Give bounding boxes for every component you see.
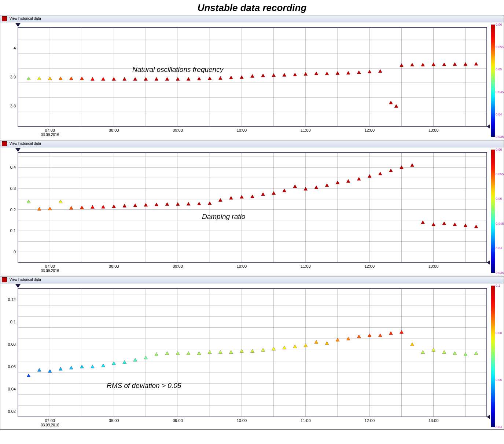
colorbar-tick: 0.05 [496, 197, 502, 201]
svg-marker-34 [15, 23, 21, 27]
app-icon [2, 16, 7, 21]
colorbar-tick: 0.055 [496, 172, 504, 176]
chart-frequency[interactable]: 3.83.9407:0008:0009:0010:0011:0012:0013:… [0, 22, 491, 139]
colorbar-tick: 0.04 [496, 113, 502, 116]
svg-marker-35 [487, 124, 490, 129]
chart-panel-rms: View historical data 0.020.040.060.080.1… [0, 276, 504, 430]
colorbar-tick: 0.035 [496, 271, 504, 275]
window-title: View historical data [10, 278, 41, 282]
svg-text:03.09.2016: 03.09.2016 [41, 269, 59, 273]
svg-text:3.8: 3.8 [10, 104, 16, 108]
svg-text:11:00: 11:00 [301, 418, 311, 423]
colorbar-damping: 0.0350.040.0450.050.0550.06 [491, 147, 504, 275]
svg-text:11:00: 11:00 [301, 264, 311, 268]
svg-text:0.2: 0.2 [10, 208, 16, 212]
svg-marker-208 [487, 414, 490, 419]
colorbar-tick: 0.055 [496, 45, 504, 49]
page-title: Unstable data recording [0, 0, 504, 15]
svg-text:13:00: 13:00 [428, 128, 439, 132]
colorbar-tick: 0.1 [496, 284, 500, 287]
colorbar-tick: 0.08 [496, 331, 502, 335]
svg-text:0.02: 0.02 [8, 409, 16, 414]
colorbar-frequency: 0.0350.040.0450.050.0550.06 [491, 22, 504, 139]
svg-text:03.09.2016: 03.09.2016 [41, 423, 59, 427]
svg-text:07:00: 07:00 [45, 418, 55, 423]
svg-text:0.08: 0.08 [8, 342, 16, 346]
chart-panel-damping: View historical data 00.10.20.30.407:000… [0, 140, 504, 275]
svg-text:08:00: 08:00 [109, 128, 119, 132]
svg-text:0.1: 0.1 [10, 320, 16, 324]
colorbar-tick: 0.06 [496, 378, 502, 382]
svg-text:0.12: 0.12 [8, 297, 16, 302]
svg-text:03.09.2016: 03.09.2016 [41, 133, 59, 137]
svg-marker-207 [15, 284, 21, 288]
app-icon [2, 277, 7, 282]
colorbar-tick: 0.04 [496, 425, 502, 429]
chart-annotation-rms: RMS of deviation > 0.05 [107, 382, 181, 390]
svg-text:4: 4 [14, 46, 16, 50]
colorbar-tick: 0.045 [496, 90, 504, 94]
svg-text:13:00: 13:00 [428, 418, 439, 423]
svg-text:09:00: 09:00 [173, 128, 183, 132]
chart-panel-frequency: View historical data 3.83.9407:0008:0009… [0, 15, 504, 139]
window-title: View historical data [10, 16, 41, 21]
svg-marker-120 [15, 148, 21, 152]
colorbar-tick: 0.045 [496, 222, 504, 225]
svg-text:09:00: 09:00 [173, 264, 183, 268]
svg-text:10:00: 10:00 [237, 418, 247, 423]
svg-text:10:00: 10:00 [237, 264, 247, 268]
svg-text:13:00: 13:00 [428, 264, 439, 268]
svg-text:10:00: 10:00 [237, 128, 247, 132]
svg-rect-165 [18, 289, 487, 417]
chart-annotation-frequency: Natural oscillations frequency [132, 66, 223, 74]
svg-text:07:00: 07:00 [45, 128, 55, 132]
svg-text:0.1: 0.1 [10, 228, 16, 233]
colorbar-tick: 0.035 [496, 135, 504, 139]
window-titlebar[interactable]: View historical data [0, 140, 504, 147]
colorbar-tick: 0.05 [496, 67, 502, 71]
svg-text:0: 0 [14, 250, 16, 254]
window-title: View historical data [10, 142, 41, 146]
colorbar-tick: 0.04 [496, 246, 502, 250]
svg-text:11:00: 11:00 [301, 128, 311, 132]
chart-annotation-damping: Damping ratio [202, 213, 245, 221]
svg-text:0.3: 0.3 [10, 186, 16, 191]
svg-text:0.06: 0.06 [8, 364, 16, 369]
svg-rect-80 [18, 153, 487, 263]
chart-rms[interactable]: 0.020.040.060.080.10.1207:0008:0009:0010… [0, 283, 491, 429]
svg-text:0.4: 0.4 [10, 165, 16, 169]
window-titlebar[interactable]: View historical data [0, 276, 504, 283]
app-icon [2, 141, 7, 146]
svg-text:0.04: 0.04 [8, 387, 16, 391]
svg-text:3.9: 3.9 [10, 75, 16, 79]
colorbar-tick: 0.06 [496, 148, 502, 151]
svg-text:12:00: 12:00 [364, 264, 375, 268]
svg-text:07:00: 07:00 [45, 264, 55, 268]
chart-damping[interactable]: 00.10.20.30.407:0008:0009:0010:0011:0012… [0, 147, 491, 275]
svg-marker-121 [487, 260, 490, 265]
colorbar-tick: 0.06 [496, 23, 502, 26]
svg-text:08:00: 08:00 [109, 418, 119, 423]
svg-text:09:00: 09:00 [173, 418, 183, 423]
window-titlebar[interactable]: View historical data [0, 15, 504, 22]
svg-text:12:00: 12:00 [364, 418, 375, 423]
svg-text:12:00: 12:00 [364, 128, 375, 132]
colorbar-rms: 0.040.060.080.1 [491, 283, 504, 429]
svg-text:08:00: 08:00 [109, 264, 119, 268]
